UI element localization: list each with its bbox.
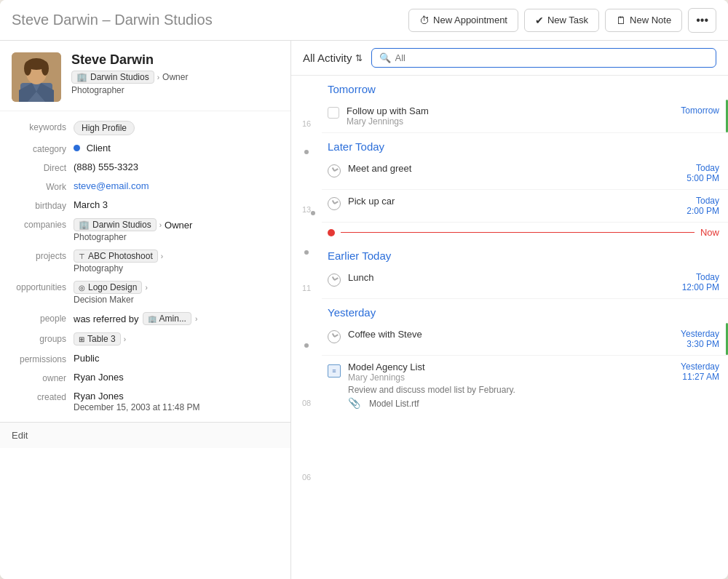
activity-body-lunch: Lunch bbox=[348, 272, 676, 283]
hour-06: 06 bbox=[291, 466, 322, 482]
section-tomorrow: Tomorrow bbox=[322, 76, 728, 100]
company-role: Owner bbox=[162, 72, 188, 82]
group-name-text: Table 3 bbox=[87, 334, 116, 344]
work-label: Work bbox=[12, 180, 74, 192]
group-tag[interactable]: ⊞ Table 3 bbox=[74, 332, 121, 346]
activity-body-meet: Meet and greet bbox=[348, 163, 681, 174]
dot-before-now bbox=[311, 211, 315, 215]
companies-label: companies bbox=[12, 218, 74, 230]
note-icon-model: ≡ bbox=[328, 364, 341, 378]
main-content: Steve Darwin 🏢 Darwin Studios › Owner Ph… bbox=[0, 41, 728, 579]
new-task-button[interactable]: ✔ New Task bbox=[524, 9, 599, 32]
new-appointment-button[interactable]: ⏱ New Appointment bbox=[408, 9, 518, 32]
created-label: created bbox=[12, 391, 74, 402]
direct-value: (888) 555-3323 bbox=[74, 161, 279, 172]
keyword-tag[interactable]: High Profile bbox=[74, 121, 135, 135]
opportunity-icon: ◎ bbox=[79, 284, 85, 292]
direct-row: Direct (888) 555-3323 bbox=[0, 158, 290, 177]
created-by: Ryan Jones bbox=[74, 391, 279, 402]
model-title: Model Agency List bbox=[348, 362, 675, 372]
owner-label: owner bbox=[12, 372, 74, 383]
company-chevron: › bbox=[157, 73, 159, 81]
edit-bar: Edit bbox=[0, 422, 290, 448]
companies-inline: 🏢 Darwin Studios › Owner bbox=[74, 218, 279, 231]
feed-content: Tomorrow Follow up with Sam Mary Jenning… bbox=[322, 76, 728, 579]
meet-date: Today5:00 PM bbox=[687, 163, 719, 183]
company-tag[interactable]: 🏢 Darwin Studios bbox=[71, 71, 154, 84]
companies-role-text: Owner bbox=[165, 220, 192, 231]
direct-label: Direct bbox=[12, 161, 74, 173]
header-separator: – bbox=[103, 12, 115, 28]
activity-item-lunch: Lunch Today12:00 PM bbox=[322, 266, 728, 299]
companies-sub: Photographer bbox=[74, 232, 279, 242]
project-name-text: ABC Photoshoot bbox=[88, 251, 153, 261]
app-window: Steve Darwin – Darwin Studios ⏱ New Appo… bbox=[0, 0, 728, 579]
work-email-link[interactable]: steve@email.com bbox=[74, 180, 149, 191]
more-icon: ••• bbox=[696, 14, 708, 27]
left-panel: Steve Darwin 🏢 Darwin Studios › Owner Ph… bbox=[0, 41, 291, 579]
opportunity-sub: Decision Maker bbox=[74, 295, 279, 305]
keywords-label: keywords bbox=[12, 121, 74, 132]
task-icon: ✔ bbox=[535, 15, 544, 26]
search-input[interactable] bbox=[395, 52, 708, 63]
car-title: Pick up car bbox=[348, 196, 681, 207]
opportunity-name-text: Logo Design bbox=[88, 282, 137, 292]
opportunity-chevron: › bbox=[145, 284, 147, 292]
activity-body-model: Model Agency List Mary Jennings Review a… bbox=[348, 362, 675, 409]
appointment-icon: ⏱ bbox=[419, 15, 430, 26]
task-checkbox[interactable] bbox=[328, 107, 339, 119]
companies-company-tag[interactable]: 🏢 Darwin Studios bbox=[74, 218, 157, 231]
model-date: Yesterday11:27 AM bbox=[681, 362, 719, 382]
new-task-label: New Task bbox=[547, 15, 588, 25]
people-row: people was referred by 🏢 Amin... › bbox=[0, 308, 290, 329]
birthday-row: birthday March 3 bbox=[0, 196, 290, 215]
section-yesterday: Yesterday bbox=[322, 299, 728, 323]
clock-icon-car bbox=[328, 197, 341, 210]
new-note-button[interactable]: 🗒 New Note bbox=[605, 9, 682, 32]
header: Steve Darwin – Darwin Studios ⏱ New Appo… bbox=[0, 0, 728, 41]
opportunity-tag[interactable]: ◎ Logo Design bbox=[74, 281, 142, 294]
groups-row: groups ⊞ Table 3 › bbox=[0, 329, 290, 349]
category-dot bbox=[74, 145, 80, 151]
project-tag[interactable]: ⊤ ABC Photoshoot bbox=[74, 249, 158, 263]
opportunities-row: opportunities ◎ Logo Design › Decision M… bbox=[0, 277, 290, 308]
now-label: Now bbox=[700, 227, 719, 238]
model-attachment-link[interactable]: Model List.rtf bbox=[369, 399, 419, 409]
groups-value: ⊞ Table 3 › bbox=[74, 332, 279, 346]
projects-value: ⊤ ABC Photoshoot › Photography bbox=[74, 249, 279, 273]
created-value: Ryan Jones December 15, 2003 at 11:48 PM bbox=[74, 391, 279, 412]
car-date: Today2:00 PM bbox=[687, 196, 719, 216]
projects-row: projects ⊤ ABC Photoshoot › Photography bbox=[0, 246, 290, 277]
contact-company: Darwin Studios bbox=[114, 12, 213, 28]
opportunities-value: ◎ Logo Design › Decision Maker bbox=[74, 281, 279, 305]
activity-filter-label: All Activity bbox=[303, 52, 352, 64]
activity-header: All Activity ⇅ 🔍 bbox=[291, 41, 728, 76]
activity-body-coffee: Coffee with Steve bbox=[348, 329, 675, 340]
new-note-label: New Note bbox=[630, 15, 671, 25]
coffee-date: Yesterday3:30 PM bbox=[681, 329, 719, 349]
header-actions: ⏱ New Appointment ✔ New Task 🗒 New Note … bbox=[408, 8, 716, 33]
category-row: category Client bbox=[0, 139, 290, 158]
now-line-bar bbox=[341, 232, 695, 233]
clock-hand-m-4 bbox=[334, 334, 339, 337]
created-row: created Ryan Jones December 15, 2003 at … bbox=[0, 387, 290, 416]
project-sub: Photography bbox=[74, 263, 279, 273]
opportunities-label: opportunities bbox=[12, 281, 74, 292]
attach-icon: 📎 bbox=[348, 397, 360, 409]
more-options-button[interactable]: ••• bbox=[688, 8, 716, 33]
edit-button[interactable]: Edit bbox=[12, 430, 28, 441]
activity-filter[interactable]: All Activity ⇅ bbox=[303, 52, 363, 64]
companies-name-text: Darwin Studios bbox=[92, 220, 151, 230]
activity-item-car: Pick up car Today2:00 PM bbox=[322, 190, 728, 223]
activity-feed: 16 13 11 08 06 bbox=[291, 76, 728, 579]
permissions-label: permissions bbox=[12, 353, 74, 364]
search-box[interactable]: 🔍 bbox=[371, 48, 716, 68]
model-sub: Mary Jennings bbox=[348, 372, 675, 383]
people-referred-text: was referred by bbox=[74, 314, 139, 324]
companies-chevron: › bbox=[159, 221, 162, 229]
permissions-value: Public bbox=[74, 353, 279, 364]
people-tag[interactable]: 🏢 Amin... bbox=[143, 312, 191, 325]
people-icon: 🏢 bbox=[148, 315, 157, 323]
coffee-title: Coffee with Steve bbox=[348, 329, 675, 340]
category-text: Client bbox=[87, 143, 111, 153]
